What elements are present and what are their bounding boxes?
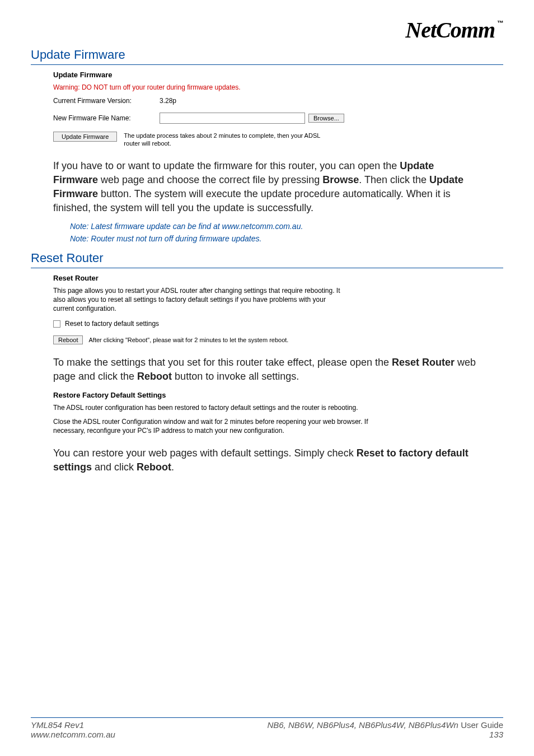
footer-left: YML854 Rev1 www.netcomm.com.au bbox=[31, 720, 115, 739]
footer-models: NB6, NB6W, NB6Plus4, NB6Plus4W, NB6Plus4… bbox=[267, 720, 461, 730]
text: If you have to or want to update the fir… bbox=[53, 160, 400, 171]
text: web page and choose the correct file by … bbox=[98, 174, 322, 185]
new-file-row: New Firmware File Name: Browse... bbox=[53, 113, 503, 124]
netcomm-logo: NetComm ™ bbox=[405, 17, 503, 43]
restore-panel: Restore Factory Default Settings The ADS… bbox=[53, 391, 503, 436]
footer-models-guide: NB6, NB6W, NB6Plus4, NB6Plus4W, NB6Plus4… bbox=[267, 720, 503, 730]
update-firmware-button[interactable]: Update Firmware bbox=[53, 132, 117, 142]
text-bold: Reboot bbox=[137, 461, 171, 473]
reboot-hint: After clicking "Reboot", please wait for… bbox=[88, 337, 288, 343]
firmware-note-2: Note: Router must not turn off during fi… bbox=[70, 234, 503, 243]
factory-reset-checkbox-row: Reset to factory default settings bbox=[53, 320, 503, 328]
text: . Then click the bbox=[359, 174, 429, 185]
firmware-file-input[interactable] bbox=[160, 113, 305, 124]
factory-reset-checkbox[interactable] bbox=[53, 320, 60, 328]
footer-doc-ref: YML854 Rev1 bbox=[31, 720, 115, 730]
text-bold: Reboot bbox=[137, 371, 172, 382]
firmware-warning-text: Warning: DO NOT turn off your router dur… bbox=[53, 83, 503, 91]
factory-reset-checkbox-label: Reset to factory default settings bbox=[65, 320, 159, 328]
update-firmware-body: If you have to or want to update the fir… bbox=[53, 159, 481, 216]
logo-text: NetComm bbox=[405, 17, 495, 43]
update-firmware-action-row: Update Firmware The update process takes… bbox=[53, 132, 503, 148]
footer-url: www.netcomm.com.au bbox=[31, 730, 115, 739]
text: To make the settings that you set for th… bbox=[53, 357, 392, 368]
text-bold: Reset Router bbox=[392, 357, 455, 368]
text: . bbox=[171, 461, 174, 473]
footer-guide: User Guide bbox=[461, 720, 503, 730]
divider bbox=[31, 268, 503, 268]
restore-panel-title: Restore Factory Default Settings bbox=[53, 391, 503, 399]
text-bold: Browse bbox=[322, 174, 359, 185]
text: button to invoke all settings. bbox=[172, 371, 299, 382]
current-version-value: 3.28p bbox=[160, 97, 176, 105]
reboot-row: Reboot After clicking "Reboot", please w… bbox=[53, 335, 503, 344]
restore-body: You can restore your web pages with defa… bbox=[53, 446, 481, 474]
update-firmware-hint: The update process takes about 2 minutes… bbox=[124, 132, 325, 148]
update-firmware-panel: Update Firmware Warning: DO NOT turn off… bbox=[53, 71, 503, 148]
divider bbox=[31, 64, 503, 65]
update-firmware-heading: Update Firmware bbox=[31, 48, 503, 62]
reset-router-panel: Reset Router This page allows you to res… bbox=[53, 274, 503, 344]
reboot-button[interactable]: Reboot bbox=[53, 335, 83, 344]
logo-tm: ™ bbox=[497, 19, 503, 27]
reset-router-heading: Reset Router bbox=[31, 251, 503, 265]
text: button. The system will execute the upda… bbox=[53, 188, 451, 213]
reset-router-panel-title: Reset Router bbox=[53, 274, 503, 282]
logo-row: NetComm ™ bbox=[31, 17, 503, 43]
restore-line-2: Close the ADSL router Configuration wind… bbox=[53, 418, 389, 435]
current-version-row: Current Firmware Version: 3.28p bbox=[53, 97, 503, 105]
footer-page-number: 133 bbox=[267, 730, 503, 739]
restore-line-1: The ADSL router configuration has been r… bbox=[53, 404, 389, 413]
text: You can restore your web pages with defa… bbox=[53, 447, 357, 459]
text: and click bbox=[92, 461, 137, 473]
reset-router-body: To make the settings that you set for th… bbox=[53, 356, 481, 384]
new-file-label: New Firmware File Name: bbox=[53, 114, 160, 122]
current-version-label: Current Firmware Version: bbox=[53, 97, 160, 105]
update-firmware-panel-title: Update Firmware bbox=[53, 71, 503, 79]
reset-router-desc: This page allows you to restart your ADS… bbox=[53, 287, 344, 313]
page-footer: YML854 Rev1 www.netcomm.com.au NB6, NB6W… bbox=[31, 717, 503, 739]
browse-button[interactable]: Browse... bbox=[308, 114, 344, 123]
firmware-note-1: Note: Latest firmware update can be find… bbox=[70, 222, 503, 231]
footer-right: NB6, NB6W, NB6Plus4, NB6Plus4W, NB6Plus4… bbox=[267, 720, 503, 739]
